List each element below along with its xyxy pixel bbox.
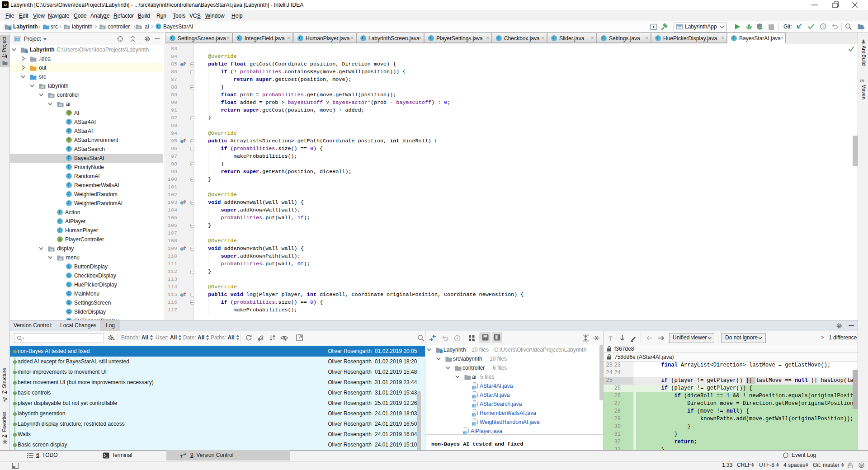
svg-text:J: J xyxy=(473,423,474,426)
svg-text:J: J xyxy=(473,395,474,399)
svg-text:J: J xyxy=(473,386,474,390)
svg-text:J: J xyxy=(473,414,474,417)
svg-text:J: J xyxy=(473,404,474,408)
